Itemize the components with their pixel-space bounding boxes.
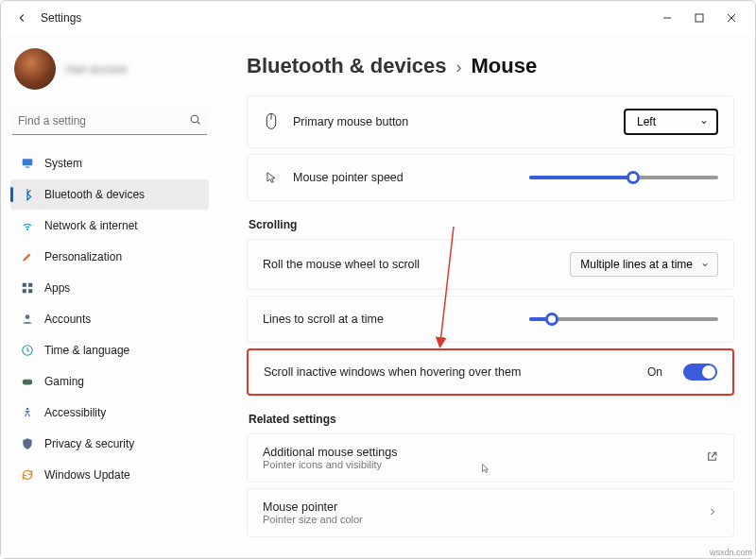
system-icon	[20, 156, 35, 171]
svg-rect-12	[28, 289, 32, 293]
sidebar-item-system[interactable]: System	[10, 148, 209, 178]
svg-point-13	[26, 314, 30, 319]
update-icon	[20, 467, 35, 483]
sidebar-item-label: Privacy & security	[44, 437, 134, 450]
gaming-icon	[20, 374, 35, 389]
sidebar-item-privacy[interactable]: Privacy & security	[10, 429, 209, 459]
sidebar-item-personalization[interactable]: Personalization	[10, 242, 209, 272]
sidebar-item-bluetooth[interactable]: Bluetooth & devices	[10, 179, 209, 210]
breadcrumb: Bluetooth & devices › Mouse	[247, 54, 734, 78]
link-subtitle: Pointer icons and visibility	[263, 459, 706, 470]
row-label: Lines to scroll at a time	[263, 313, 516, 326]
roll-wheel-dropdown[interactable]: Multiple lines at a time	[570, 252, 718, 277]
sidebar-item-label: Windows Update	[44, 468, 130, 482]
breadcrumb-separator: ›	[455, 58, 461, 77]
profile-name: User account	[65, 62, 127, 76]
row-primary-mouse-button: Primary mouse button Left	[247, 95, 734, 148]
toggle-state-label: On	[647, 365, 662, 379]
window-title: Settings	[41, 11, 651, 25]
apps-icon	[20, 280, 35, 296]
link-title: Mouse pointer	[263, 500, 707, 514]
pointer-speed-slider[interactable]	[529, 176, 718, 179]
section-related: Related settings	[249, 413, 734, 426]
sidebar-item-label: Accessibility	[44, 406, 106, 419]
row-mouse-pointer[interactable]: Mouse pointer Pointer size and color	[247, 488, 734, 537]
svg-rect-6	[23, 159, 33, 165]
svg-rect-15	[23, 380, 33, 385]
svg-rect-7	[26, 167, 30, 168]
sidebar-item-time[interactable]: Time & language	[10, 335, 209, 365]
row-scroll-inactive: Scroll inactive windows when hovering ov…	[247, 348, 734, 396]
sidebar-item-label: Apps	[44, 281, 70, 295]
primary-button-dropdown[interactable]: Left	[624, 109, 718, 135]
sidebar-item-gaming[interactable]: Gaming	[10, 366, 209, 397]
open-external-icon	[706, 450, 718, 466]
main-content: Bluetooth & devices › Mouse Primary mous…	[218, 35, 755, 558]
link-subtitle: Pointer size and color	[263, 514, 707, 525]
profile-block[interactable]: User account	[10, 42, 209, 103]
row-label: Primary mouse button	[293, 115, 610, 128]
accounts-icon	[20, 312, 35, 327]
sidebar: User account System Bluetooth & devices	[1, 35, 218, 558]
row-pointer-speed: Mouse pointer speed	[247, 154, 734, 201]
svg-rect-9	[23, 283, 26, 287]
svg-rect-1	[696, 14, 703, 22]
brush-icon	[20, 249, 35, 264]
svg-rect-10	[28, 283, 32, 287]
row-label: Roll the mouse wheel to scroll	[263, 258, 557, 271]
svg-point-4	[191, 115, 198, 123]
lines-scroll-slider[interactable]	[529, 317, 718, 321]
search-icon	[189, 113, 201, 128]
close-button[interactable]	[715, 5, 747, 31]
sidebar-item-label: System	[44, 157, 82, 170]
svg-point-16	[26, 408, 28, 410]
accessibility-icon	[20, 405, 35, 420]
breadcrumb-parent[interactable]: Bluetooth & devices	[247, 54, 446, 78]
wifi-icon	[20, 218, 35, 233]
sidebar-item-label: Time & language	[44, 344, 129, 357]
search-input[interactable]	[18, 114, 189, 127]
row-lines-to-scroll: Lines to scroll at a time	[247, 296, 734, 343]
section-scrolling: Scrolling	[249, 218, 734, 231]
row-label: Mouse pointer speed	[293, 171, 516, 184]
sidebar-item-label: Accounts	[44, 313, 91, 326]
svg-point-8	[26, 229, 27, 230]
bluetooth-icon	[20, 187, 35, 202]
row-label: Scroll inactive windows when hovering ov…	[264, 365, 634, 379]
shield-icon	[20, 436, 35, 451]
sidebar-item-network[interactable]: Network & internet	[10, 211, 209, 241]
chevron-right-icon	[707, 506, 718, 520]
row-roll-wheel: Roll the mouse wheel to scroll Multiple …	[247, 239, 734, 290]
minimize-button[interactable]	[651, 5, 683, 31]
sidebar-item-label: Gaming	[44, 375, 84, 388]
maximize-button[interactable]	[683, 5, 715, 31]
avatar	[14, 48, 56, 90]
sidebar-item-label: Network & internet	[44, 219, 138, 232]
scroll-inactive-toggle[interactable]	[683, 364, 717, 381]
time-icon	[20, 343, 35, 358]
back-button[interactable]	[9, 5, 35, 31]
breadcrumb-current: Mouse	[471, 54, 537, 78]
sidebar-item-update[interactable]: Windows Update	[10, 460, 209, 490]
cursor-icon	[263, 169, 280, 186]
row-additional-mouse-settings[interactable]: Additional mouse settings Pointer icons …	[247, 433, 734, 483]
watermark: wsxdn.com	[710, 548, 752, 557]
sidebar-item-label: Personalization	[44, 250, 122, 263]
link-title: Additional mouse settings	[263, 446, 706, 459]
sidebar-item-label: Bluetooth & devices	[44, 188, 145, 201]
search-box[interactable]	[12, 107, 207, 135]
sidebar-item-accounts[interactable]: Accounts	[10, 304, 209, 334]
mouse-icon	[263, 112, 280, 131]
sidebar-item-apps[interactable]: Apps	[10, 273, 209, 303]
svg-line-5	[198, 122, 199, 124]
sidebar-item-accessibility[interactable]: Accessibility	[10, 398, 209, 428]
svg-rect-11	[23, 289, 26, 293]
